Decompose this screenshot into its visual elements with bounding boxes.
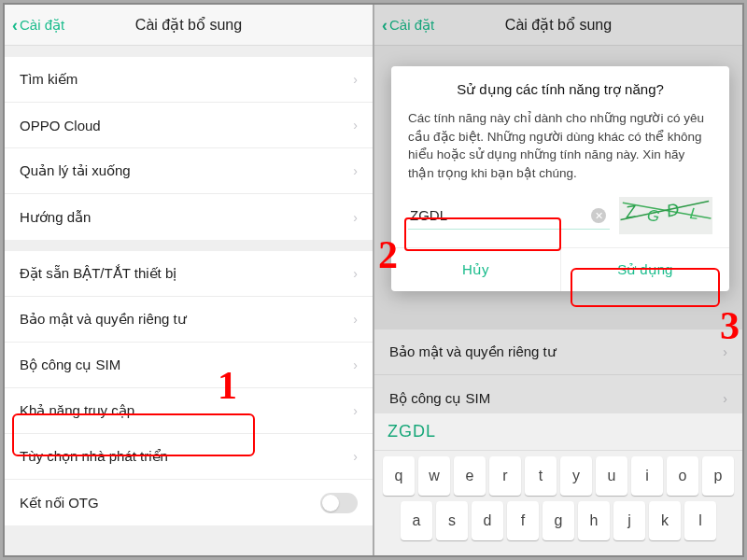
key-f[interactable]: f [507,501,539,540]
svg-text:L: L [689,204,699,223]
row-downloads[interactable]: Quản lý tải xuống› [5,148,373,194]
key-q[interactable]: q [383,456,415,496]
captcha-image[interactable]: Z G D L [619,197,712,234]
soft-keyboard: ZGDL q w e r t y u i o p a s d [374,413,742,555]
key-a[interactable]: a [401,501,432,540]
chevron-right-icon: › [353,266,358,281]
key-y[interactable]: y [560,456,592,496]
key-j[interactable]: j [613,501,645,540]
chevron-right-icon: › [353,449,358,464]
annotation-step-3: 3 [720,303,740,348]
key-h[interactable]: h [578,501,610,540]
key-o[interactable]: o [667,456,698,496]
key-g[interactable]: g [543,501,574,540]
dialog-body: Các tính năng này chỉ dành cho những ngư… [391,105,729,191]
phone-left: ‹ Cài đặt Cài đặt bổ sung Tìm kiếm› OPPO… [5,5,373,555]
settings-group-2: Đặt sẵn BẬT/TẮT thiết bị› Bảo mật và quy… [5,251,373,525]
kb-row-2: a s d f g h j k l [378,501,739,540]
key-l[interactable]: l [684,501,716,540]
key-t[interactable]: t [525,456,557,496]
chevron-right-icon: › [353,403,358,418]
accessibility-dialog: Sử dụng các tính năng trợ năng? Các tính… [391,66,729,291]
svg-text:G: G [646,206,661,226]
chevron-right-icon: › [353,210,358,225]
page-title: Cài đặt bổ sung [135,16,242,34]
chevron-right-icon: › [353,357,358,372]
row-otg[interactable]: Kết nối OTG [5,480,373,525]
row-guide[interactable]: Hướng dẫn› [5,194,373,240]
back-button[interactable]: ‹ Cài đặt [12,5,64,46]
clear-input-icon[interactable]: ✕ [591,208,606,223]
row-power-schedule[interactable]: Đặt sẵn BẬT/TẮT thiết bị› [5,251,373,297]
kb-suggestion[interactable]: ZGDL [374,413,742,451]
row-sim-toolkit[interactable]: Bộ công cụ SIM› [5,343,373,388]
settings-group-1: Tìm kiếm› OPPO Cloud› Quản lý tải xuống›… [5,57,373,240]
cancel-button[interactable]: Hủy [391,248,560,291]
annotation-step-2: 2 [378,232,398,277]
chevron-right-icon: › [353,312,358,327]
row-security-privacy[interactable]: Bảo mật và quyền riêng tư› [5,297,373,343]
annotation-highlight-3 [571,268,720,307]
key-d[interactable]: d [472,501,503,540]
chevron-left-icon: ‹ [12,16,18,35]
key-p[interactable]: p [702,456,734,496]
svg-text:D: D [665,199,681,220]
key-u[interactable]: u [596,456,627,496]
chevron-right-icon: › [353,72,358,87]
key-k[interactable]: k [649,501,681,540]
otg-toggle[interactable] [320,493,358,513]
key-e[interactable]: e [454,456,486,496]
annotation-highlight-2 [404,217,561,251]
key-w[interactable]: w [418,456,450,496]
key-r[interactable]: r [489,456,521,496]
annotation-step-1: 1 [218,363,237,408]
phone-right: ‹ Cài đặt Cài đặt bổ sung Bảo mật và quy… [374,5,742,555]
chevron-right-icon: › [353,163,358,178]
dialog-title: Sử dụng các tính năng trợ năng? [391,66,729,105]
key-s[interactable]: s [436,501,468,540]
chevron-right-icon: › [353,118,358,133]
annotation-highlight-1 [12,413,255,456]
back-label: Cài đặt [20,17,64,34]
key-i[interactable]: i [631,456,663,496]
kb-row-1: q w e r t y u i o p [378,456,739,496]
row-search[interactable]: Tìm kiếm› [5,57,373,103]
row-oppo-cloud[interactable]: OPPO Cloud› [5,103,373,148]
header: ‹ Cài đặt Cài đặt bổ sung [5,5,373,46]
